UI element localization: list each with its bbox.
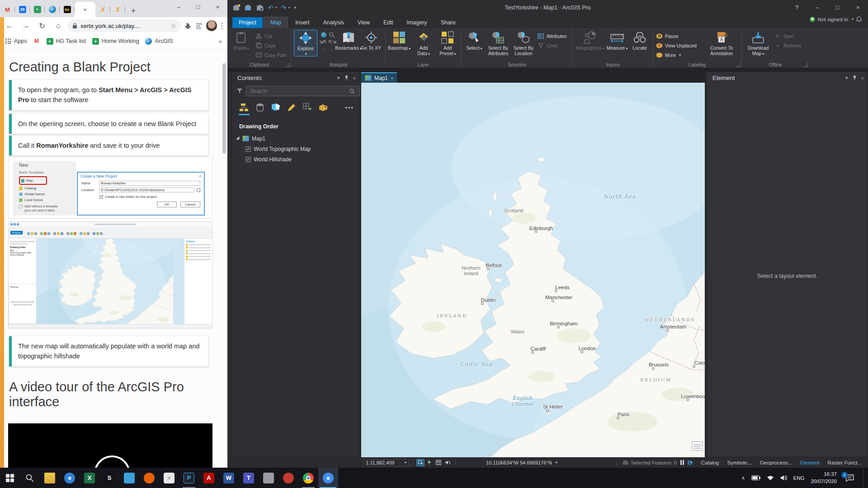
maximize-button[interactable]: □ [827,0,848,15]
tab-insert[interactable]: Insert [289,17,316,28]
template-local-scene[interactable]: Local Scene [19,197,76,203]
audio-icon[interactable] [443,459,452,466]
search-input[interactable] [246,86,360,96]
bookmarks-overflow-icon[interactable]: » [219,38,222,45]
remove-button[interactable]: ×Remove [774,41,801,50]
excel-taskbar-icon[interactable]: X [80,468,99,488]
apps-grid-icon[interactable] [5,38,11,44]
word-taskbar-icon[interactable]: W [219,468,239,488]
select-by-attributes-button[interactable]: Select By Attributes [486,30,510,56]
download-map-button[interactable]: Download Map▾ [744,30,772,56]
play-button-icon[interactable] [94,455,130,468]
location-field[interactable]: S:\Student\PG\GIS\2019-2020\ClassDemo [99,188,194,192]
notepad-taskbar-icon[interactable]: ≡ [159,468,179,488]
convert-to-annotation-button[interactable]: A Convert To Annotation [706,30,737,56]
more-options-icon[interactable]: ••• [345,104,354,111]
bookmark-hg-task-list[interactable]: +HG Task list [47,38,86,45]
tab-analysis[interactable]: Analysis [317,17,351,28]
redo-button[interactable]: ↷▾ [281,4,290,11]
tab-arcgis-online[interactable] [45,2,60,17]
full-extent-icon[interactable] [321,32,327,38]
cancel-button[interactable]: Cancel [180,202,200,207]
tab-gmail[interactable]: M [0,2,15,17]
pause-labeling-button[interactable]: Pause [656,32,704,40]
close-icon[interactable]: × [391,75,393,81]
show-desktop-button[interactable] [863,468,865,488]
measure-button[interactable]: Measure▾ [607,30,627,51]
file-explorer-taskbar-icon[interactable] [40,468,60,488]
previous-extent-icon[interactable]: ← [322,46,327,51]
volume-icon[interactable] [780,475,787,481]
new-tab-button[interactable]: + [127,5,140,17]
minimize-button[interactable]: – [169,0,189,14]
tab-view[interactable]: View [351,17,376,28]
close-icon[interactable]: × [353,75,356,81]
language-indicator[interactable]: ENG [793,475,805,481]
start-button[interactable] [0,468,20,488]
map-scale-dropdown[interactable]: 1:11,882,409 ▾ [363,459,409,466]
forward-button[interactable]: → [19,19,33,33]
dialog-launcher-icon[interactable] [803,63,807,67]
tab-map[interactable]: Map [264,17,288,28]
new-project-button[interactable] [233,4,241,11]
pause-drawing-icon[interactable] [680,460,684,465]
add-data-button[interactable]: Add Data▾ [412,30,434,56]
tab-active-xerte[interactable]: × [75,2,95,17]
extension-list-icon[interactable] [193,20,204,31]
installer-taskbar-icon[interactable] [278,468,298,488]
copy-button[interactable]: Copy [255,41,287,50]
dialog-launcher-icon[interactable] [286,63,290,67]
back-button[interactable]: ← [3,19,16,33]
video-player[interactable] [8,423,212,468]
select-button[interactable]: Select▾ [464,30,485,51]
pin-icon[interactable] [344,75,349,80]
close-icon[interactable]: × [199,174,201,178]
cut-button[interactable]: Cut [255,32,287,40]
tab-xerte-1[interactable]: X [95,2,110,17]
search-button[interactable] [20,468,40,488]
skype-taskbar-icon[interactable]: S [99,468,119,488]
dialog-launcher-icon[interactable] [736,63,740,67]
save-project-button[interactable] [256,4,264,11]
layer-checkbox[interactable]: ✓ [245,146,251,152]
firefox-taskbar-icon[interactable] [139,468,159,488]
arcgis-pro-taskbar-icon[interactable]: P [179,468,199,488]
template-global-scene[interactable]: Global Scene [19,191,76,197]
panel-tab-geoprocessing[interactable]: Geoprocess... [760,460,793,465]
notifications-bell-icon[interactable] [856,16,862,22]
select-by-location-button[interactable]: Select By Location [512,30,535,56]
pan-tool-icon[interactable] [416,459,425,466]
tab-planner[interactable]: + [30,2,45,17]
battery-icon[interactable] [751,475,760,480]
copy-path-button[interactable]: Copy Path [255,51,287,59]
expander-icon[interactable] [236,136,241,141]
edge-taskbar-icon[interactable]: e [60,468,80,488]
coordinates-readout[interactable]: 10.1106634°W 54.6969176°N ▾ [486,460,557,465]
name-field[interactable]: RomanYorkshire [99,181,200,186]
overview-layout-icon[interactable] [692,441,703,450]
select-tool-icon[interactable] [425,459,434,466]
browser-menu-icon[interactable]: ⋮ [217,19,227,33]
customize-qat-icon[interactable]: ▾ [294,5,297,10]
list-by-labeling-icon[interactable] [317,102,329,113]
bookmark-star-icon[interactable]: ☆ [170,22,176,29]
close-button[interactable]: × [848,0,868,15]
paint-taskbar-icon[interactable] [259,468,278,488]
browse-button[interactable] [197,188,200,192]
sign-in-status[interactable]: Not signed in ▾ [810,16,862,22]
clear-button[interactable]: Clear [537,41,566,50]
filter-icon[interactable] [236,88,243,94]
paste-button[interactable]: Paste▾ [230,30,253,51]
attribute-table-icon[interactable] [434,459,443,466]
basemap-button[interactable]: Basemap▾ [388,30,410,51]
scrollbar-thumb[interactable] [222,63,226,154]
panel-tab-catalog[interactable]: Catalog [701,460,719,465]
bookmark-gmail[interactable]: M [33,38,40,45]
infographics-button[interactable]: Infographics▾ [575,30,605,51]
tab-imagery[interactable]: Imagery [400,17,433,28]
undo-button[interactable]: ↶▾ [268,4,277,11]
layer-world-topographic[interactable]: ✓ World Topographic Map [232,144,359,154]
attributes-button[interactable]: Attributes [537,32,566,40]
layer-world-hillshade[interactable]: ✓ World Hillshade [232,154,359,164]
bookmarks-button[interactable]: Bookmarks▾ [338,30,359,51]
